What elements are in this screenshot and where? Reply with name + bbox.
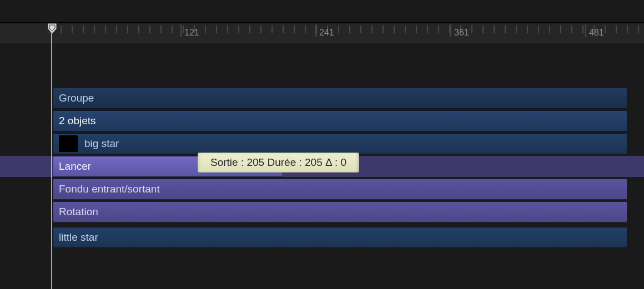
tracks-container: Groupe 2 objets big star Sortie : 205 Du… <box>53 88 627 250</box>
trim-tooltip: Sortie : 205 Durée : 205 Δ : 0 <box>198 153 359 173</box>
svg-text:481: 481 <box>589 28 604 37</box>
svg-text:241: 241 <box>319 28 334 37</box>
track-little-star[interactable]: little star <box>53 227 627 248</box>
track-label: 2 objets <box>59 115 96 127</box>
track-fondu[interactable]: Fondu entrant/sortant <box>53 179 627 200</box>
svg-text:121: 121 <box>184 28 199 37</box>
timeline-body[interactable]: Groupe 2 objets big star Sortie : 205 Du… <box>0 43 644 289</box>
timeline-ruler[interactable]: 121241361481 <box>0 23 644 43</box>
track-objects-summary[interactable]: 2 objets <box>53 110 627 131</box>
tooltip-text: Sortie : 205 Durée : 205 Δ : 0 <box>210 156 346 168</box>
clip-thumbnail <box>59 135 78 152</box>
track-label: Rotation <box>59 206 98 218</box>
clip-label: Lancer <box>59 160 91 173</box>
svg-text:361: 361 <box>454 28 469 37</box>
window-topbar <box>0 0 644 22</box>
track-rotation[interactable]: Rotation <box>53 201 627 222</box>
track-big-star[interactable]: big star Sortie : 205 Durée : 205 Δ : 0 <box>53 133 627 154</box>
track-label: Fondu entrant/sortant <box>59 183 160 195</box>
track-group-header[interactable]: Groupe <box>53 88 627 109</box>
track-label: big star <box>84 138 119 150</box>
track-label: Groupe <box>59 92 94 104</box>
track-label: little star <box>59 231 98 244</box>
